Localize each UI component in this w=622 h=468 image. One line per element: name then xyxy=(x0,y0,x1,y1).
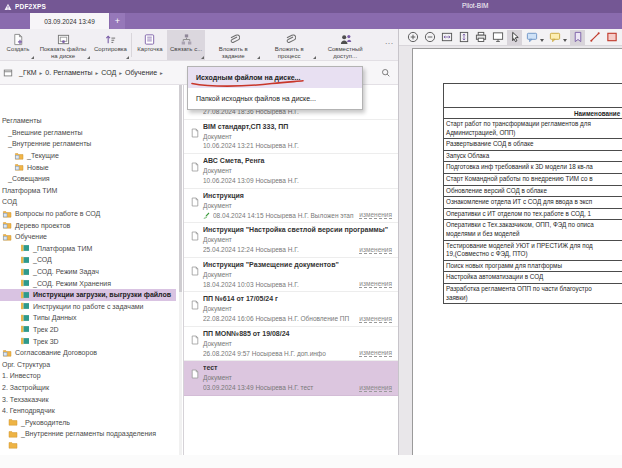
zoom-out-icon[interactable] xyxy=(422,30,437,45)
document-meta-row: 03.09.2024 13:49 Носырева Н.Г. тестизмен… xyxy=(203,384,394,392)
tree-item[interactable]: Вопросы по работе в СОД xyxy=(0,208,105,220)
create-document-icon xyxy=(12,32,25,46)
document-title: ПП №614 от 17/05/24 г xyxy=(203,295,394,305)
breadcrumb-segment[interactable]: 0. Регламенты xyxy=(45,69,92,76)
table-row: Разработка регламента ОПП по части благо… xyxy=(444,284,622,304)
changes-link[interactable]: изменения xyxy=(359,384,392,392)
document-list-item[interactable]: ПП MON№885 от 19/08/24Документ26.08.2024… xyxy=(184,327,398,362)
table-row: Старт работ по трансформации регламентов… xyxy=(444,119,622,139)
tree-item-label: _Совещания xyxy=(8,175,50,182)
document-list-item[interactable]: Инструкция "Размещение документов"Докуме… xyxy=(184,258,398,293)
toolbar-button-7[interactable]: Вложить в процесс xyxy=(261,30,317,60)
folder-yellow-icon xyxy=(8,430,18,438)
tree-item[interactable]: Платформа ТИМ xyxy=(0,185,62,197)
tree-item-label: Согласование Договоров xyxy=(15,349,97,356)
bookmark-icon[interactable] xyxy=(570,30,585,45)
link-with-icon xyxy=(180,32,193,46)
zoom-in-icon[interactable] xyxy=(405,30,420,45)
table-row: Тестирование моделей УЮТ и ПРЕСТИЖ для п… xyxy=(444,241,622,261)
tree-item[interactable]: 4. Генподрядчик xyxy=(0,405,60,417)
toolbar-overflow-button[interactable]: ... xyxy=(385,38,394,60)
changes-link[interactable]: изменения xyxy=(359,280,392,288)
document-list-item[interactable]: ИнструкцияДокумент08.04.2024 14:15 Носыр… xyxy=(184,189,398,224)
tree-item[interactable]: _Внешние регламенты xyxy=(0,127,88,139)
tab-bar: 03.09.2024 13:49 + xyxy=(0,13,622,29)
tree-item[interactable]: _СОД. Режим Задач xyxy=(0,266,104,278)
toolbar-button-3[interactable]: Сортировка xyxy=(91,30,130,60)
toolbar-button-5[interactable]: Связать с... xyxy=(167,30,205,60)
tree-item[interactable]: Обучение xyxy=(0,231,52,243)
tree-item[interactable]: _Текущие xyxy=(0,150,64,162)
changes-link[interactable]: изменения xyxy=(359,349,392,357)
toolbar-button-4[interactable]: Карточка xyxy=(133,30,167,60)
toolbar-button-1[interactable]: Создать xyxy=(1,30,35,60)
toolbar-button-8[interactable]: Совместный доступ... xyxy=(317,30,373,60)
document-body: ИнструкцияДокумент08.04.2024 14:15 Носыр… xyxy=(203,192,394,223)
fit-height-icon[interactable] xyxy=(456,30,471,45)
tree-item[interactable]: Трек 2D xyxy=(0,324,64,336)
tree-item[interactable]: 2. Застройщик xyxy=(0,382,54,394)
tree-item[interactable]: Инструкции по работе с задачами xyxy=(0,301,149,313)
sidebar-tree: Регламенты_Внешние регламенты_Внутренние… xyxy=(0,85,184,455)
line-annotation-icon[interactable] xyxy=(587,30,602,45)
folder-teal-icon xyxy=(20,244,30,252)
document-list-item[interactable]: ПП №614 от 17/05/24 гДокумент22.08.2024 … xyxy=(184,292,398,327)
changes-link[interactable]: изменения xyxy=(359,246,392,254)
note-icon[interactable] xyxy=(547,30,562,45)
document-list-item[interactable]: тестДокумент03.09.2024 13:49 Носырева Н.… xyxy=(184,361,398,396)
tree-item[interactable]: Новые xyxy=(0,161,54,173)
tree-item[interactable]: Согласование Договоров xyxy=(0,347,102,359)
tree-item[interactable]: _СОД xyxy=(0,254,57,266)
breadcrumb-segment[interactable]: _ГКМ xyxy=(19,69,37,76)
tree-item[interactable]: _Совещания xyxy=(0,173,55,185)
changes-link[interactable]: изменения xyxy=(359,315,392,323)
document-list-item[interactable]: АВС Смета, РенгаДокумент10.06.2024 13:09… xyxy=(184,154,398,189)
show-files-on-disk-icon xyxy=(57,32,70,46)
search-icon[interactable] xyxy=(381,68,391,78)
document-body: АВС Смета, РенгаДокумент10.06.2024 13:09… xyxy=(203,157,394,188)
rect-annotation-icon[interactable] xyxy=(604,30,619,45)
panel-toggle-icon[interactable] xyxy=(3,68,16,78)
tree-item[interactable]: Трек 3D xyxy=(0,335,64,347)
comment-icon[interactable] xyxy=(524,30,539,45)
tree-item[interactable]: Инструкции загрузки, выгрузки файлов xyxy=(0,289,176,301)
changes-link[interactable]: изменения xyxy=(359,211,392,219)
tree-item[interactable]: СОД xyxy=(0,196,22,208)
tree-item[interactable] xyxy=(0,440,26,452)
tab-active[interactable]: 03.09.2024 13:49 xyxy=(30,13,109,29)
screen-icon[interactable] xyxy=(490,30,505,45)
toolbar-button-2[interactable]: Показать файлы на диске xyxy=(35,30,91,60)
breadcrumb-segment[interactable]: Обучение xyxy=(125,69,157,76)
tree-item[interactable]: _Руководитель xyxy=(0,416,75,428)
tree-item-label: _Внутренние регламенты подразделения xyxy=(21,430,156,437)
toolbar-button-6[interactable]: Вложить в задание xyxy=(205,30,261,60)
tree-item[interactable]: _Внутренние регламенты подразделения xyxy=(0,428,161,440)
cursor-icon[interactable] xyxy=(507,30,522,45)
sidebar-scrollbar[interactable] xyxy=(179,85,182,455)
tree-item[interactable]: Орг. Структура xyxy=(0,358,55,370)
document-meta: 10.06.2024 13:21 Носырева Н.Г. xyxy=(203,142,394,149)
tree-item[interactable]: Регламенты xyxy=(0,115,46,127)
preview-panel: Наименование работСтарт работ по трансфо… xyxy=(399,29,622,455)
scrollbar-thumb[interactable] xyxy=(179,85,182,292)
tree-item[interactable]: _Платформа ТИМ xyxy=(0,243,97,255)
document-list-item[interactable]: BIM стандарт,СП 333, ППДокумент10.06.202… xyxy=(184,120,398,155)
print-icon[interactable] xyxy=(473,30,488,45)
tree-item-label: 2. Застройщик xyxy=(2,384,49,391)
tree-item[interactable]: 1. Инвестор xyxy=(0,370,46,382)
tree-item[interactable]: Дерево проектов xyxy=(0,219,75,231)
new-tab-button[interactable]: + xyxy=(110,13,125,29)
document-list-item[interactable]: Инструкция "Настройка светлой версии про… xyxy=(184,223,398,258)
menu-item[interactable]: Исходным файлом на диске... xyxy=(188,67,362,88)
menu-item[interactable]: Папкой исходных файлов на диске... xyxy=(188,88,362,109)
tree-item[interactable]: 3. Техзаказчик xyxy=(0,393,54,405)
tree-item[interactable]: Типы Данных xyxy=(0,312,82,324)
tree-item-label: _Внутренние регламенты xyxy=(8,140,91,147)
folder-stack-icon xyxy=(14,152,24,160)
tree-item[interactable]: _СОД. Режим Хранения xyxy=(0,277,116,289)
document-type-label: Документ xyxy=(203,133,394,143)
fit-width-icon[interactable] xyxy=(439,30,454,45)
breadcrumb-segment[interactable]: СОД xyxy=(101,69,116,76)
document-type-label: Документ xyxy=(203,202,394,212)
tree-item[interactable]: _Внутренние регламенты xyxy=(0,138,96,150)
